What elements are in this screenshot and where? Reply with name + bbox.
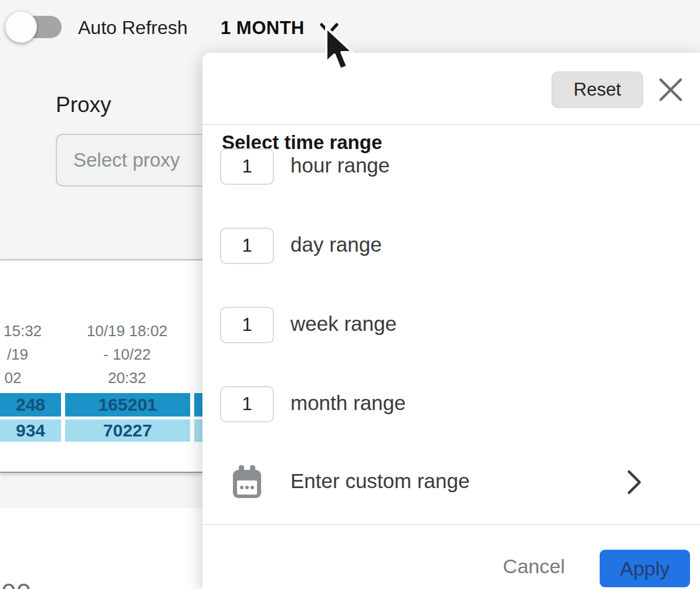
stats-table: 15:32 /19 02 10/19 18:02 - 10/22 20:32 2…	[0, 259, 202, 473]
time-range-dropdown[interactable]: 1 MONTH	[221, 18, 305, 39]
header-divider	[202, 124, 700, 125]
auto-refresh-toggle-knob[interactable]	[5, 11, 37, 43]
bottom-card: 00	[0, 508, 202, 589]
mouse-cursor	[324, 26, 363, 75]
table-header-col1-line3: 02	[0, 366, 26, 390]
auto-refresh-label: Auto Refresh	[78, 17, 188, 39]
table-cell: 248	[0, 393, 61, 417]
chevron-right-icon	[626, 468, 642, 496]
week-range-label: week range	[290, 312, 397, 336]
table-cell: 165201	[65, 393, 190, 417]
clipped-number-text: 00	[1, 577, 31, 589]
table-cell: 934	[0, 419, 61, 442]
month-range-input[interactable]	[220, 386, 274, 422]
proxy-select-placeholder: Select proxy	[73, 149, 180, 171]
reset-button[interactable]: Reset	[552, 72, 643, 108]
enter-custom-range-label: Enter custom range	[290, 469, 469, 493]
table-header-col1-line2: /19	[0, 343, 35, 366]
proxy-label: Proxy	[56, 93, 111, 117]
month-range-label: month range	[290, 391, 406, 415]
hour-range-input[interactable]	[220, 148, 274, 185]
day-range-input[interactable]	[220, 228, 274, 264]
table-header-col2: 10/19 18:02 - 10/22 20:32	[65, 319, 190, 390]
select-time-range-dialog: Select time range Reset hour range day r…	[202, 53, 700, 589]
week-range-input[interactable]	[220, 307, 274, 343]
footer-divider	[202, 524, 700, 525]
day-range-label: day range	[290, 233, 382, 256]
proxy-select[interactable]: Select proxy	[56, 134, 214, 187]
table-header-col1-line1: 15:32	[4, 319, 42, 343]
table-cell	[194, 393, 202, 417]
cancel-button[interactable]: Cancel	[499, 555, 569, 578]
enter-custom-range-item[interactable]: Enter custom range	[202, 460, 700, 507]
hour-range-label: hour range	[290, 154, 390, 177]
table-cell: 70227	[65, 419, 190, 442]
close-icon[interactable]	[657, 76, 684, 103]
calendar-icon	[232, 465, 262, 499]
apply-button[interactable]: Apply	[600, 550, 690, 587]
table-cell	[194, 419, 202, 442]
